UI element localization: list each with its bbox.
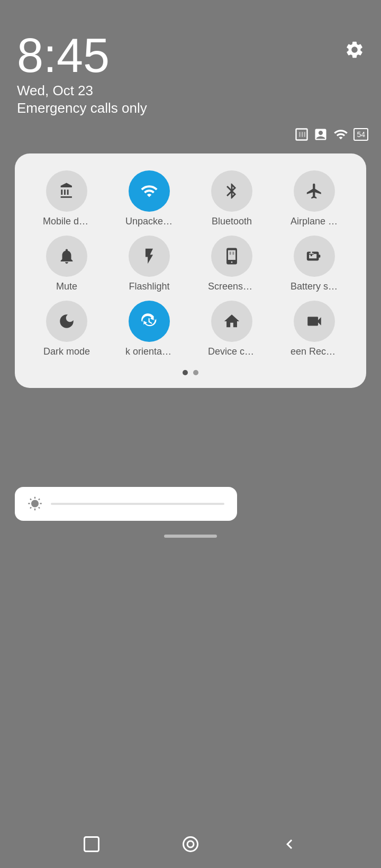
tile-battery-saver[interactable]: Battery saver [275,236,353,292]
tile-icon-dark-mode [46,301,87,342]
tile-label-dark-mode: Dark mode [43,346,90,357]
settings-icon[interactable] [343,38,366,61]
home-button[interactable] [177,830,204,858]
tile-label-wifi: Unpacked24 [125,216,173,227]
recents-button[interactable] [78,830,105,858]
brightness-slider[interactable] [51,503,224,505]
tile-airplane-mode[interactable]: Airplane mode [275,170,353,227]
clock-time: 8:45 [17,32,147,79]
tile-label-screenshot: Screenshot [208,281,256,292]
svg-point-1 [183,837,197,852]
page-dot-1 [193,370,198,375]
tile-mobile-data[interactable]: Mobile data [28,170,106,227]
brightness-control[interactable] [15,487,237,521]
unknown-icon [313,127,328,142]
wifi-status-icon [332,127,349,142]
back-button[interactable] [276,830,303,858]
status-icons: 54 [294,127,368,142]
tile-icon-screenshot [211,236,252,277]
clock-display: 8:45 Wed, Oct 23 Emergency calls only [17,32,147,116]
quick-settings-panel: Mobile dataUnpacked24BluetoothAirplane m… [15,153,366,388]
tile-icon-airplane-mode [294,170,335,212]
tile-icon-mobile-data [46,170,87,212]
tile-icon-screen-recorder [294,301,335,342]
tile-screen-recorder[interactable]: een Recorder [275,301,353,357]
tile-icon-wifi [129,170,170,212]
tile-icon-bluetooth [211,170,252,212]
tile-label-airplane-mode: Airplane mode [291,216,338,227]
tile-label-bluetooth: Bluetooth [212,216,252,227]
tile-dark-mode[interactable]: Dark mode [28,301,106,357]
tile-bluetooth[interactable]: Bluetooth [193,170,271,227]
svg-point-2 [187,841,194,847]
tile-label-mobile-data: Mobile data [43,216,90,227]
tile-screenshot[interactable]: Screenshot [193,236,271,292]
tiles-grid: Mobile dataUnpacked24BluetoothAirplane m… [28,170,353,357]
svg-rect-0 [85,837,99,852]
tile-icon-flashlight [129,236,170,277]
tile-device-controls[interactable]: Device controls [193,301,271,357]
battery-level: 54 [357,130,365,139]
tile-icon-mute [46,236,87,277]
navigation-bar [0,820,381,868]
tile-wifi[interactable]: Unpacked24 [110,170,188,227]
tile-label-flashlight: Flashlight [129,281,169,292]
tile-icon-battery-saver [294,236,335,277]
nfc-icon [294,127,309,142]
tile-label-screen-recorder: een Recorder [291,346,338,357]
tile-icon-lock-orientation [129,301,170,342]
drag-handle [164,535,217,538]
clock-date: Wed, Oct 23 [17,83,147,99]
tile-lock-orientation[interactable]: k orientation [110,301,188,357]
page-dot-0 [183,370,188,375]
tile-flashlight[interactable]: Flashlight [110,236,188,292]
clock-status: Emergency calls only [17,100,147,116]
tile-label-device-controls: Device controls [208,346,256,357]
tile-mute[interactable]: Mute [28,236,106,292]
battery-icon: 54 [353,128,368,141]
tile-label-lock-orientation: k orientation [125,346,173,357]
dots-indicator [28,370,353,375]
tile-icon-device-controls [211,301,252,342]
tile-label-battery-saver: Battery saver [291,281,338,292]
tile-label-mute: Mute [56,281,77,292]
brightness-icon [28,496,42,511]
